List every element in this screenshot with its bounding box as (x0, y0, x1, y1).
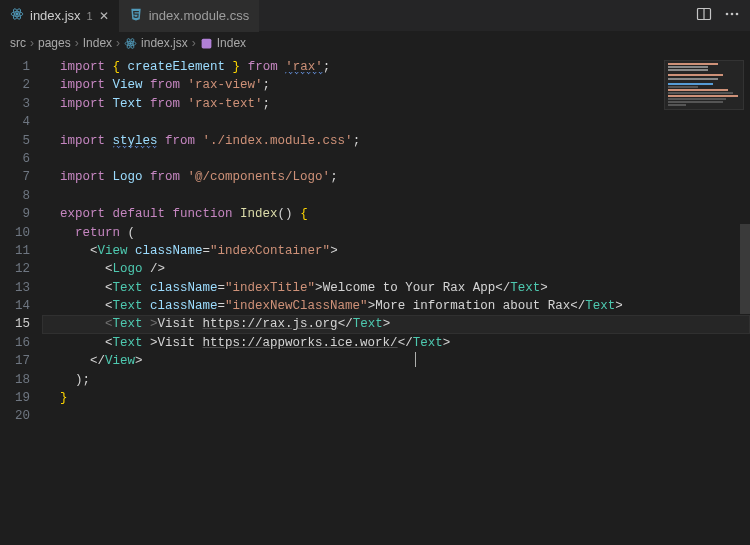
line-number: 4 (4, 113, 30, 131)
code-line[interactable]: import Logo from '@/components/Logo'; (42, 168, 750, 186)
svg-rect-13 (201, 38, 211, 48)
breadcrumb-item[interactable]: Index (200, 36, 246, 50)
breadcrumb-item[interactable]: pages (38, 36, 71, 50)
line-number: 7 (4, 168, 30, 186)
css-file-icon (129, 7, 143, 24)
svg-point-9 (129, 42, 131, 44)
more-actions-icon[interactable] (724, 6, 740, 25)
code-line[interactable]: import { createElement } from 'rax'; (42, 58, 750, 76)
tab-label: index.jsx (30, 8, 81, 23)
line-number: 9 (4, 205, 30, 223)
code-line[interactable] (42, 150, 750, 168)
tab-dirty-badge: 1 (87, 10, 93, 22)
line-number: 15 (4, 315, 30, 333)
chevron-right-icon: › (30, 36, 34, 50)
line-number: 8 (4, 187, 30, 205)
svg-point-6 (726, 13, 729, 16)
breadcrumb-item[interactable]: index.jsx (124, 36, 188, 50)
tab-index-jsx[interactable]: index.jsx 1 ✕ (0, 0, 119, 32)
breadcrumb: src › pages › Index › index.jsx › Index (0, 32, 750, 54)
breadcrumb-item[interactable]: src (10, 36, 26, 50)
line-number: 2 (4, 76, 30, 94)
code-line[interactable] (42, 113, 750, 131)
line-number: 19 (4, 389, 30, 407)
code-line[interactable]: <Text className="indexNewClassName">More… (42, 297, 750, 315)
code-line[interactable]: <View className="indexContainer"> (42, 242, 750, 260)
line-number: 3 (4, 95, 30, 113)
code-line[interactable]: } (42, 389, 750, 407)
editor-area: 1234567891011121314151617181920 import {… (0, 54, 750, 545)
vertical-scrollbar[interactable] (740, 224, 750, 314)
code-line[interactable]: <Text className="indexTitle">Welcome to … (42, 279, 750, 297)
code-line[interactable]: export default function Index() { (42, 205, 750, 223)
line-number: 17 (4, 352, 30, 370)
code-line[interactable]: </View> (42, 352, 750, 370)
svg-point-0 (16, 13, 18, 15)
line-number: 16 (4, 334, 30, 352)
text-cursor (415, 352, 416, 367)
code-line[interactable]: import View from 'rax-view'; (42, 76, 750, 94)
line-number: 18 (4, 371, 30, 389)
code-line[interactable]: ); (42, 371, 750, 389)
breadcrumb-item[interactable]: Index (83, 36, 112, 50)
code-line[interactable]: <Logo /> (42, 260, 750, 278)
split-editor-icon[interactable] (696, 6, 712, 25)
svg-point-8 (736, 13, 739, 16)
code-line[interactable]: import styles from './index.module.css'; (42, 132, 750, 150)
line-number: 5 (4, 132, 30, 150)
react-file-icon (10, 7, 24, 24)
line-number: 12 (4, 260, 30, 278)
chevron-right-icon: › (116, 36, 120, 50)
code-line[interactable]: <Text >Visit https://appworks.ice.work/<… (42, 334, 750, 352)
line-number: 13 (4, 279, 30, 297)
line-number: 10 (4, 224, 30, 242)
line-number: 6 (4, 150, 30, 168)
editor-actions (686, 6, 750, 25)
code-line[interactable] (42, 407, 750, 425)
chevron-right-icon: › (75, 36, 79, 50)
svg-point-7 (731, 13, 734, 16)
line-number: 1 (4, 58, 30, 76)
tab-label: index.module.css (149, 8, 249, 23)
line-number: 20 (4, 407, 30, 425)
line-number: 14 (4, 297, 30, 315)
line-number-gutter: 1234567891011121314151617181920 (0, 54, 42, 545)
chevron-right-icon: › (192, 36, 196, 50)
tab-index-module-css[interactable]: index.module.css (119, 0, 259, 32)
line-number: 11 (4, 242, 30, 260)
code-line[interactable]: <Text >Visit https://rax.js.org</Text> (42, 315, 750, 333)
code-line[interactable]: import Text from 'rax-text'; (42, 95, 750, 113)
code-line[interactable] (42, 187, 750, 205)
minimap[interactable] (664, 60, 744, 110)
code-line[interactable]: return ( (42, 224, 750, 242)
code-editor[interactable]: import { createElement } from 'rax';impo… (42, 54, 750, 545)
close-icon[interactable]: ✕ (99, 9, 109, 23)
editor-tabbar: index.jsx 1 ✕ index.module.css (0, 0, 750, 32)
